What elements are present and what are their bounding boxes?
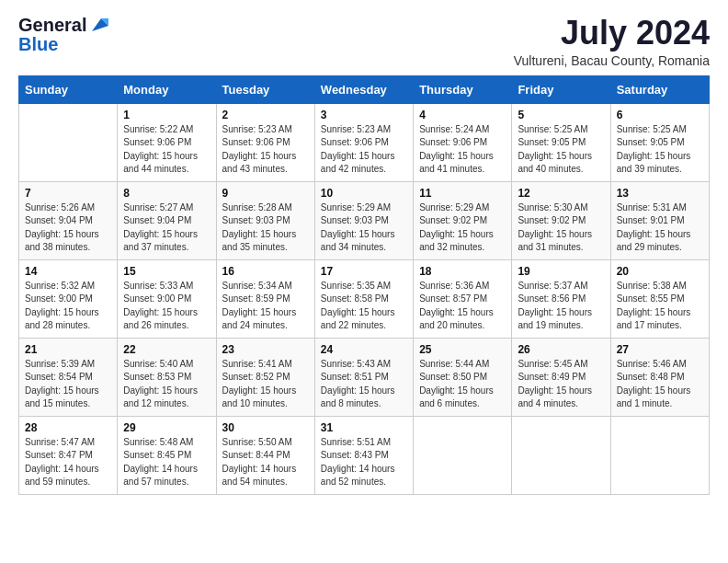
day-cell-13: 13Sunrise: 5:31 AM Sunset: 9:01 PM Dayli… [610,181,709,259]
day-cell-16: 16Sunrise: 5:34 AM Sunset: 8:59 PM Dayli… [216,259,314,338]
header-day-tuesday: Tuesday [216,75,314,103]
day-cell-1: 1Sunrise: 5:22 AM Sunset: 9:06 PM Daylig… [118,103,216,181]
day-info: Sunrise: 5:29 AM Sunset: 9:02 PM Dayligh… [419,201,506,255]
day-cell-3: 3Sunrise: 5:23 AM Sunset: 9:06 PM Daylig… [314,103,413,181]
calendar-table: SundayMondayTuesdayWednesdayThursdayFrid… [18,75,710,495]
month-title: July 2024 [514,15,710,52]
day-cell-26: 26Sunrise: 5:45 AM Sunset: 8:49 PM Dayli… [512,338,610,416]
day-info: Sunrise: 5:22 AM Sunset: 9:06 PM Dayligh… [123,123,210,177]
day-info: Sunrise: 5:34 AM Sunset: 8:59 PM Dayligh… [222,280,309,333]
day-cell-empty [512,416,610,494]
day-info: Sunrise: 5:27 AM Sunset: 9:04 PM Dayligh… [123,201,210,255]
day-info: Sunrise: 5:39 AM Sunset: 8:54 PM Dayligh… [25,358,111,411]
day-number: 27 [617,343,703,356]
day-cell-10: 10Sunrise: 5:29 AM Sunset: 9:03 PM Dayli… [314,181,413,259]
day-number: 17 [321,265,407,278]
day-number: 5 [518,109,604,121]
day-info: Sunrise: 5:25 AM Sunset: 9:05 PM Dayligh… [518,123,604,177]
day-number: 9 [222,187,309,200]
day-cell-22: 22Sunrise: 5:40 AM Sunset: 8:53 PM Dayli… [118,338,216,416]
day-cell-21: 21Sunrise: 5:39 AM Sunset: 8:54 PM Dayli… [19,338,118,416]
day-cell-empty [414,416,512,494]
day-cell-20: 20Sunrise: 5:38 AM Sunset: 8:55 PM Dayli… [610,259,709,338]
day-cell-27: 27Sunrise: 5:46 AM Sunset: 8:48 PM Dayli… [610,338,709,416]
day-info: Sunrise: 5:46 AM Sunset: 8:48 PM Dayligh… [617,358,703,411]
day-info: Sunrise: 5:50 AM Sunset: 8:44 PM Dayligh… [222,436,309,489]
day-info: Sunrise: 5:24 AM Sunset: 9:06 PM Dayligh… [419,123,506,177]
day-info: Sunrise: 5:25 AM Sunset: 9:05 PM Dayligh… [617,123,703,177]
header-day-sunday: Sunday [19,75,118,103]
header-day-thursday: Thursday [414,75,512,103]
calendar-body: 1Sunrise: 5:22 AM Sunset: 9:06 PM Daylig… [19,103,710,494]
header-day-wednesday: Wednesday [314,75,413,103]
day-cell-5: 5Sunrise: 5:25 AM Sunset: 9:05 PM Daylig… [512,103,610,181]
page-header: General Blue July 2024 Vultureni, Bacau … [18,15,710,68]
day-cell-24: 24Sunrise: 5:43 AM Sunset: 8:51 PM Dayli… [314,338,413,416]
day-cell-7: 7Sunrise: 5:26 AM Sunset: 9:04 PM Daylig… [19,181,118,259]
header-day-friday: Friday [512,75,610,103]
day-number: 24 [321,343,407,356]
day-info: Sunrise: 5:41 AM Sunset: 8:52 PM Dayligh… [222,358,309,411]
day-number: 4 [419,109,506,121]
day-cell-29: 29Sunrise: 5:48 AM Sunset: 8:45 PM Dayli… [118,416,216,494]
day-info: Sunrise: 5:40 AM Sunset: 8:53 PM Dayligh… [123,358,210,411]
day-info: Sunrise: 5:36 AM Sunset: 8:57 PM Dayligh… [419,280,506,333]
day-info: Sunrise: 5:26 AM Sunset: 9:04 PM Dayligh… [25,201,111,255]
week-row-1: 7Sunrise: 5:26 AM Sunset: 9:04 PM Daylig… [19,181,710,259]
day-info: Sunrise: 5:43 AM Sunset: 8:51 PM Dayligh… [321,358,407,411]
day-number: 23 [222,343,309,356]
day-number: 29 [123,421,210,434]
day-number: 3 [321,109,407,121]
day-number: 28 [25,421,111,434]
day-cell-28: 28Sunrise: 5:47 AM Sunset: 8:47 PM Dayli… [19,416,118,494]
day-cell-11: 11Sunrise: 5:29 AM Sunset: 9:02 PM Dayli… [414,181,512,259]
calendar-header: SundayMondayTuesdayWednesdayThursdayFrid… [19,75,710,103]
day-number: 14 [25,265,111,278]
header-row: SundayMondayTuesdayWednesdayThursdayFrid… [19,75,710,103]
day-cell-17: 17Sunrise: 5:35 AM Sunset: 8:58 PM Dayli… [314,259,413,338]
day-info: Sunrise: 5:23 AM Sunset: 9:06 PM Dayligh… [321,123,407,177]
day-number: 12 [518,187,604,200]
day-number: 30 [222,421,309,434]
day-cell-6: 6Sunrise: 5:25 AM Sunset: 9:05 PM Daylig… [610,103,709,181]
day-cell-4: 4Sunrise: 5:24 AM Sunset: 9:06 PM Daylig… [414,103,512,181]
logo-blue-text: Blue [18,35,58,53]
day-number: 18 [419,265,506,278]
day-number: 20 [617,265,703,278]
day-cell-2: 2Sunrise: 5:23 AM Sunset: 9:06 PM Daylig… [216,103,314,181]
day-info: Sunrise: 5:30 AM Sunset: 9:02 PM Dayligh… [518,201,604,255]
logo-icon [88,15,108,35]
day-info: Sunrise: 5:45 AM Sunset: 8:49 PM Dayligh… [518,358,604,411]
logo-general-text: General [18,16,86,34]
day-info: Sunrise: 5:48 AM Sunset: 8:45 PM Dayligh… [123,436,210,489]
day-cell-25: 25Sunrise: 5:44 AM Sunset: 8:50 PM Dayli… [414,338,512,416]
day-number: 16 [222,265,309,278]
week-row-4: 28Sunrise: 5:47 AM Sunset: 8:47 PM Dayli… [19,416,710,494]
day-cell-14: 14Sunrise: 5:32 AM Sunset: 9:00 PM Dayli… [19,259,118,338]
day-number: 13 [617,187,703,200]
day-number: 8 [123,187,210,200]
location-subtitle: Vultureni, Bacau County, Romania [514,53,710,68]
day-info: Sunrise: 5:31 AM Sunset: 9:01 PM Dayligh… [617,201,703,255]
day-number: 15 [123,265,210,278]
day-number: 2 [222,109,309,121]
day-cell-empty [19,103,118,181]
day-info: Sunrise: 5:35 AM Sunset: 8:58 PM Dayligh… [321,280,407,333]
day-number: 19 [518,265,604,278]
day-cell-23: 23Sunrise: 5:41 AM Sunset: 8:52 PM Dayli… [216,338,314,416]
week-row-0: 1Sunrise: 5:22 AM Sunset: 9:06 PM Daylig… [19,103,710,181]
day-info: Sunrise: 5:28 AM Sunset: 9:03 PM Dayligh… [222,201,309,255]
day-cell-empty [610,416,709,494]
day-info: Sunrise: 5:44 AM Sunset: 8:50 PM Dayligh… [419,358,506,411]
day-info: Sunrise: 5:32 AM Sunset: 9:00 PM Dayligh… [25,280,111,333]
day-info: Sunrise: 5:33 AM Sunset: 9:00 PM Dayligh… [123,280,210,333]
day-info: Sunrise: 5:51 AM Sunset: 8:43 PM Dayligh… [321,436,407,489]
header-day-monday: Monday [118,75,216,103]
day-number: 11 [419,187,506,200]
day-number: 22 [123,343,210,356]
day-number: 1 [123,109,210,121]
week-row-3: 21Sunrise: 5:39 AM Sunset: 8:54 PM Dayli… [19,338,710,416]
day-number: 26 [518,343,604,356]
day-info: Sunrise: 5:29 AM Sunset: 9:03 PM Dayligh… [321,201,407,255]
day-cell-31: 31Sunrise: 5:51 AM Sunset: 8:43 PM Dayli… [314,416,413,494]
